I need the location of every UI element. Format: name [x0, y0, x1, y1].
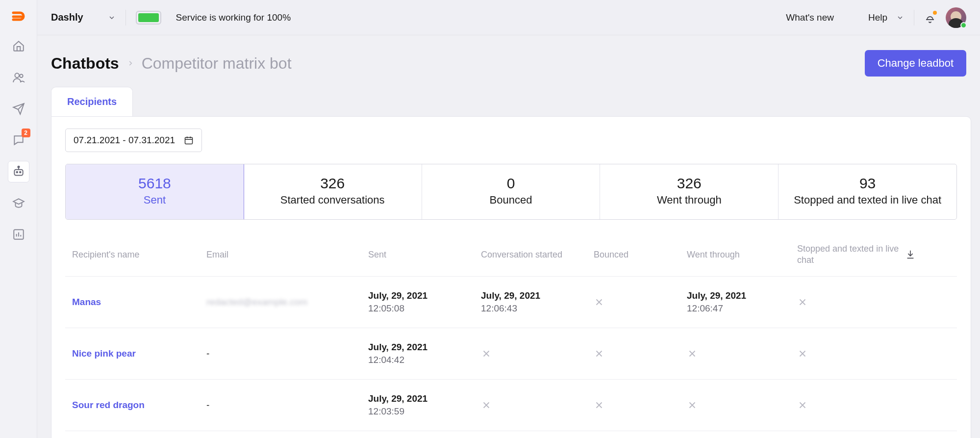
col-went: Went through	[687, 250, 797, 260]
nav-messages-badge: 2	[22, 129, 30, 137]
cell-stopped	[797, 348, 905, 359]
cell-sent: July, 29, 2021 12:04:42	[368, 342, 481, 365]
cell-went	[687, 400, 797, 411]
x-icon	[481, 400, 492, 411]
table-row: Sour red dragon - July, 29, 2021 12:03:5…	[65, 380, 957, 431]
tab-recipients[interactable]: Recipients	[51, 87, 133, 116]
date-range-value: 07.21.2021 - 07.31.2021	[74, 135, 175, 146]
stat-value: 326	[605, 175, 773, 192]
download-button[interactable]	[905, 249, 934, 260]
cell-stopped	[797, 400, 905, 411]
col-bounced: Bounced	[594, 250, 687, 260]
workspace-name: Dashly	[51, 12, 83, 23]
table-row: Nice pink pear - July, 29, 2021 12:04:42	[65, 328, 957, 380]
nav-send[interactable]	[8, 98, 29, 120]
stat-stopped-live-chat[interactable]: 93 Stopped and texted in live chat	[779, 164, 956, 219]
stat-label: Started conversations	[249, 194, 417, 206]
nav-chatbot[interactable]	[8, 161, 29, 182]
col-conv: Conversation started	[481, 250, 594, 260]
table-header: Recipient's name Email Sent Conversation…	[65, 233, 957, 277]
recipients-table: Recipient's name Email Sent Conversation…	[65, 233, 957, 431]
stats-row: 5618 Sent 326 Started conversations 0 Bo…	[65, 164, 957, 220]
cell-stopped	[797, 297, 905, 308]
x-icon	[797, 400, 808, 411]
recipient-email: -	[206, 348, 368, 359]
x-icon	[481, 348, 492, 359]
x-icon	[687, 348, 698, 359]
nav-reports[interactable]	[8, 224, 29, 245]
x-icon	[594, 297, 604, 308]
x-icon	[797, 348, 808, 359]
x-icon	[594, 400, 604, 411]
workspace-selector[interactable]: Dashly	[51, 12, 116, 23]
recipient-email: -	[206, 400, 368, 411]
cell-sent: July, 29, 2021 12:03:59	[368, 393, 481, 417]
chevron-down-icon	[108, 14, 116, 22]
cell-conv	[481, 348, 594, 359]
breadcrumb-root[interactable]: Chatbots	[51, 54, 119, 73]
col-sent: Sent	[368, 250, 481, 260]
cell-bounced	[594, 297, 687, 308]
x-icon	[687, 400, 698, 411]
table-row: Manas redacted@example.com July, 29, 202…	[65, 277, 957, 328]
logo	[10, 9, 27, 26]
tabs: Recipients	[37, 86, 980, 116]
help-menu[interactable]: Help	[868, 12, 904, 23]
stat-label: Bounced	[427, 194, 595, 206]
nav-home[interactable]	[8, 35, 29, 57]
stat-label: Stopped and texted in live chat	[783, 194, 952, 206]
recipient-link[interactable]: Manas	[69, 297, 206, 308]
recipient-email: redacted@example.com	[206, 297, 368, 308]
cell-bounced	[594, 348, 687, 359]
svg-point-4	[16, 172, 18, 173]
recipient-link[interactable]: Nice pink pear	[69, 348, 206, 359]
col-stopped: Stopped and texted in live chat	[797, 243, 905, 266]
status-indicator	[136, 11, 161, 25]
chevron-right-icon	[127, 58, 134, 69]
change-leadbot-button[interactable]: Change leadbot	[865, 50, 966, 77]
stat-label: Sent	[71, 194, 239, 206]
cell-conv	[481, 400, 594, 411]
divider	[126, 10, 126, 26]
whats-new-link[interactable]: What's new	[786, 12, 834, 23]
notifications-button[interactable]	[924, 12, 936, 24]
nav-learning[interactable]	[8, 192, 29, 214]
svg-rect-2	[14, 170, 23, 176]
stat-bounced[interactable]: 0 Bounced	[422, 164, 601, 219]
nav-messages[interactable]: 2	[8, 129, 29, 151]
stat-went-through[interactable]: 326 Went through	[600, 164, 779, 219]
cell-bounced	[594, 400, 687, 411]
date-range-picker[interactable]: 07.21.2021 - 07.31.2021	[65, 129, 202, 152]
download-icon	[905, 249, 916, 260]
breadcrumb: Chatbots Competitor matrix bot	[51, 54, 292, 73]
svg-point-3	[18, 166, 19, 168]
stat-value: 5618	[71, 175, 239, 192]
stat-value: 326	[249, 175, 417, 192]
cell-went	[687, 348, 797, 359]
stat-value: 93	[783, 175, 952, 192]
divider	[914, 10, 914, 26]
cell-conv: July, 29, 2021 12:06:43	[481, 290, 594, 314]
breadcrumb-current: Competitor matrix bot	[142, 54, 292, 73]
svg-point-1	[20, 75, 23, 78]
svg-point-5	[19, 172, 21, 173]
calendar-icon	[184, 135, 194, 145]
recipient-link[interactable]: Sour red dragon	[69, 400, 206, 411]
x-icon	[594, 348, 604, 359]
stat-value: 0	[427, 175, 595, 192]
stat-started-conversations[interactable]: 326 Started conversations	[244, 164, 422, 219]
stat-label: Went through	[605, 194, 773, 206]
stat-sent[interactable]: 5618 Sent	[65, 164, 244, 220]
svg-rect-7	[185, 137, 193, 144]
nav-users[interactable]	[8, 67, 29, 88]
panel: 07.21.2021 - 07.31.2021 5618 Sent 326 St…	[51, 116, 971, 438]
notification-dot	[933, 11, 937, 15]
presence-dot	[960, 22, 967, 28]
col-name: Recipient's name	[69, 250, 206, 260]
topbar: Dashly Service is working for 100% What'…	[37, 0, 980, 35]
status-text: Service is working for 100%	[176, 12, 291, 23]
help-label: Help	[868, 12, 887, 23]
svg-point-0	[15, 73, 19, 77]
cell-went: July, 29, 2021 12:06:47	[687, 290, 797, 314]
col-email: Email	[206, 250, 368, 260]
